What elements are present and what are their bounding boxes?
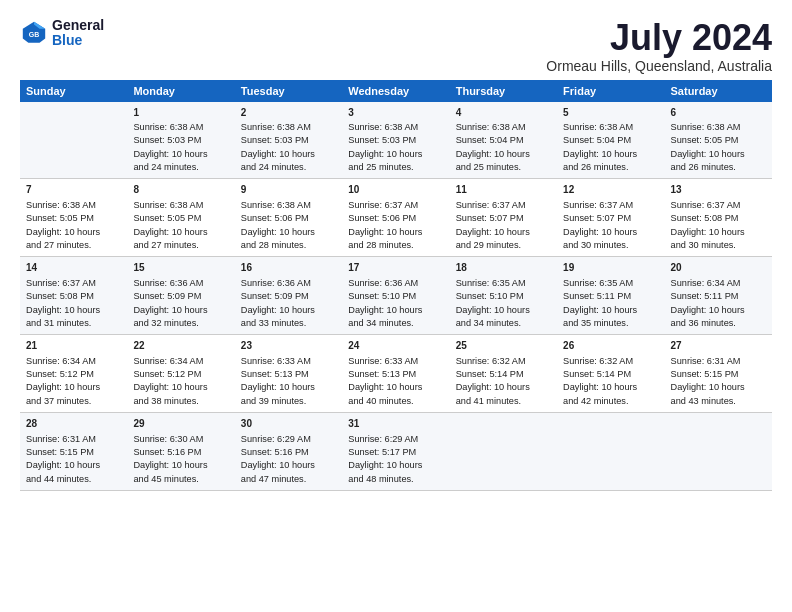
calendar-cell: 4Sunrise: 6:38 AMSunset: 5:04 PMDaylight… (450, 102, 557, 179)
daylight-minutes-text: and 48 minutes. (348, 474, 413, 484)
week-row-1: 1Sunrise: 6:38 AMSunset: 5:03 PMDaylight… (20, 102, 772, 179)
daylight-text: Daylight: 10 hours (563, 382, 637, 392)
daylight-text: Daylight: 10 hours (456, 382, 530, 392)
col-thursday: Thursday (450, 80, 557, 102)
daylight-minutes-text: and 41 minutes. (456, 396, 521, 406)
sunset-text: Sunset: 5:10 PM (348, 291, 416, 301)
calendar-cell (450, 413, 557, 491)
daylight-text: Daylight: 10 hours (563, 149, 637, 159)
sunrise-text: Sunrise: 6:36 AM (133, 278, 203, 288)
daylight-text: Daylight: 10 hours (671, 382, 745, 392)
calendar-cell: 24Sunrise: 6:33 AMSunset: 5:13 PMDayligh… (342, 335, 449, 413)
col-wednesday: Wednesday (342, 80, 449, 102)
month-year-title: July 2024 (546, 18, 772, 58)
logo-icon: GB (20, 19, 48, 47)
sunrise-text: Sunrise: 6:38 AM (456, 122, 526, 132)
calendar-cell (20, 102, 127, 179)
col-monday: Monday (127, 80, 234, 102)
calendar-cell: 23Sunrise: 6:33 AMSunset: 5:13 PMDayligh… (235, 335, 342, 413)
header-row: Sunday Monday Tuesday Wednesday Thursday… (20, 80, 772, 102)
logo: GB General Blue (20, 18, 104, 49)
col-friday: Friday (557, 80, 664, 102)
daylight-minutes-text: and 26 minutes. (563, 162, 628, 172)
day-number: 25 (456, 339, 551, 354)
daylight-minutes-text: and 33 minutes. (241, 318, 306, 328)
day-number: 19 (563, 261, 658, 276)
calendar-cell: 27Sunrise: 6:31 AMSunset: 5:15 PMDayligh… (665, 335, 772, 413)
header: GB General Blue July 2024 Ormeau Hills, … (20, 18, 772, 74)
calendar-cell: 8Sunrise: 6:38 AMSunset: 5:05 PMDaylight… (127, 179, 234, 257)
sunset-text: Sunset: 5:13 PM (241, 369, 309, 379)
calendar-cell: 11Sunrise: 6:37 AMSunset: 5:07 PMDayligh… (450, 179, 557, 257)
sunrise-text: Sunrise: 6:33 AM (241, 356, 311, 366)
sunset-text: Sunset: 5:09 PM (133, 291, 201, 301)
calendar-cell: 3Sunrise: 6:38 AMSunset: 5:03 PMDaylight… (342, 102, 449, 179)
sunset-text: Sunset: 5:04 PM (456, 135, 524, 145)
sunset-text: Sunset: 5:10 PM (456, 291, 524, 301)
sunrise-text: Sunrise: 6:38 AM (133, 122, 203, 132)
sunrise-text: Sunrise: 6:34 AM (133, 356, 203, 366)
daylight-minutes-text: and 31 minutes. (26, 318, 91, 328)
sunset-text: Sunset: 5:12 PM (26, 369, 94, 379)
col-tuesday: Tuesday (235, 80, 342, 102)
daylight-text: Daylight: 10 hours (671, 149, 745, 159)
sunrise-text: Sunrise: 6:36 AM (241, 278, 311, 288)
daylight-text: Daylight: 10 hours (241, 460, 315, 470)
sunrise-text: Sunrise: 6:29 AM (241, 434, 311, 444)
sunset-text: Sunset: 5:05 PM (26, 213, 94, 223)
day-number: 22 (133, 339, 228, 354)
daylight-text: Daylight: 10 hours (348, 460, 422, 470)
daylight-minutes-text: and 28 minutes. (348, 240, 413, 250)
day-number: 13 (671, 183, 766, 198)
sunset-text: Sunset: 5:07 PM (563, 213, 631, 223)
daylight-text: Daylight: 10 hours (348, 305, 422, 315)
day-number: 7 (26, 183, 121, 198)
daylight-text: Daylight: 10 hours (26, 382, 100, 392)
sunset-text: Sunset: 5:16 PM (241, 447, 309, 457)
daylight-text: Daylight: 10 hours (133, 460, 207, 470)
daylight-minutes-text: and 38 minutes. (133, 396, 198, 406)
daylight-text: Daylight: 10 hours (348, 382, 422, 392)
daylight-text: Daylight: 10 hours (26, 305, 100, 315)
svg-text:GB: GB (29, 32, 40, 39)
daylight-minutes-text: and 40 minutes. (348, 396, 413, 406)
day-number: 11 (456, 183, 551, 198)
daylight-text: Daylight: 10 hours (563, 227, 637, 237)
daylight-minutes-text: and 25 minutes. (456, 162, 521, 172)
sunset-text: Sunset: 5:14 PM (456, 369, 524, 379)
daylight-minutes-text: and 27 minutes. (133, 240, 198, 250)
day-number: 4 (456, 106, 551, 121)
sunset-text: Sunset: 5:07 PM (456, 213, 524, 223)
daylight-text: Daylight: 10 hours (133, 305, 207, 315)
sunrise-text: Sunrise: 6:38 AM (348, 122, 418, 132)
sunset-text: Sunset: 5:11 PM (563, 291, 631, 301)
sunset-text: Sunset: 5:08 PM (26, 291, 94, 301)
day-number: 30 (241, 417, 336, 432)
daylight-minutes-text: and 45 minutes. (133, 474, 198, 484)
daylight-text: Daylight: 10 hours (133, 149, 207, 159)
day-number: 15 (133, 261, 228, 276)
daylight-text: Daylight: 10 hours (671, 227, 745, 237)
sunrise-text: Sunrise: 6:37 AM (456, 200, 526, 210)
calendar-table: Sunday Monday Tuesday Wednesday Thursday… (20, 80, 772, 491)
sunset-text: Sunset: 5:03 PM (133, 135, 201, 145)
daylight-minutes-text: and 36 minutes. (671, 318, 736, 328)
calendar-cell: 26Sunrise: 6:32 AMSunset: 5:14 PMDayligh… (557, 335, 664, 413)
calendar-cell: 30Sunrise: 6:29 AMSunset: 5:16 PMDayligh… (235, 413, 342, 491)
sunset-text: Sunset: 5:05 PM (133, 213, 201, 223)
calendar-cell: 15Sunrise: 6:36 AMSunset: 5:09 PMDayligh… (127, 257, 234, 335)
sunset-text: Sunset: 5:17 PM (348, 447, 416, 457)
daylight-minutes-text: and 25 minutes. (348, 162, 413, 172)
daylight-minutes-text: and 39 minutes. (241, 396, 306, 406)
daylight-minutes-text: and 37 minutes. (26, 396, 91, 406)
sunset-text: Sunset: 5:09 PM (241, 291, 309, 301)
sunrise-text: Sunrise: 6:38 AM (671, 122, 741, 132)
calendar-cell: 14Sunrise: 6:37 AMSunset: 5:08 PMDayligh… (20, 257, 127, 335)
logo-blue-text: Blue (52, 33, 104, 48)
day-number: 18 (456, 261, 551, 276)
day-number: 24 (348, 339, 443, 354)
week-row-3: 14Sunrise: 6:37 AMSunset: 5:08 PMDayligh… (20, 257, 772, 335)
calendar-cell: 29Sunrise: 6:30 AMSunset: 5:16 PMDayligh… (127, 413, 234, 491)
calendar-cell: 28Sunrise: 6:31 AMSunset: 5:15 PMDayligh… (20, 413, 127, 491)
daylight-text: Daylight: 10 hours (241, 227, 315, 237)
